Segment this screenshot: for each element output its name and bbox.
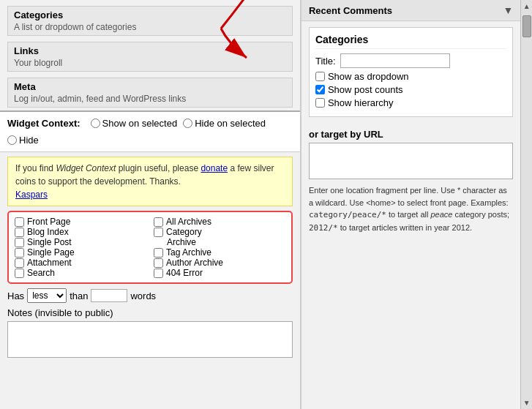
widget-context-label: Widget Context:	[7, 118, 80, 129]
categories-settings: Categories Title: Show as dropdown Show …	[309, 27, 513, 117]
error-404-checkbox-item[interactable]: 404 Error	[154, 268, 285, 278]
hide-label: Hide	[19, 135, 39, 146]
show-post-counts-label: Show post counts	[328, 84, 403, 95]
words-label: words	[130, 290, 156, 301]
category-archive-sub-item: Archive	[154, 237, 285, 247]
checkboxes-section: Front Page Blog Index Single Post Single…	[7, 211, 293, 284]
show-on-selected-label: Show on selected	[102, 118, 178, 129]
meta-widget-title: Meta	[14, 81, 286, 92]
author-archive-checkbox-item[interactable]: Author Archive	[154, 258, 285, 268]
front-page-label: Front Page	[27, 217, 70, 227]
url-section-label: or target by URL	[309, 129, 513, 140]
has-label: Has	[7, 290, 24, 301]
links-widget[interactable]: Links Your blogroll	[7, 42, 293, 72]
widget-context-bar: Widget Context: Show on selected Hide on…	[0, 110, 300, 152]
search-checkbox[interactable]	[15, 269, 24, 278]
scrollbar[interactable]: ▲ ▼	[520, 0, 532, 409]
meta-widget[interactable]: Meta Log in/out, admin, feed and WordPre…	[7, 78, 293, 108]
right-panel: Recent Comments ▼	[301, 0, 520, 409]
url-textarea[interactable]	[309, 143, 513, 179]
notes-label: Notes (invisible to public)	[7, 307, 293, 318]
categories-widget-desc: A list or dropdown of categories	[14, 20, 286, 32]
author-link[interactable]: Kaspars	[15, 190, 48, 200]
category-archive-label: Category	[166, 227, 202, 237]
words-count-input[interactable]	[91, 289, 127, 302]
hide-radio[interactable]	[7, 135, 17, 145]
links-widget-desc: Your blogroll	[14, 56, 286, 68]
hide-on-selected-option[interactable]: Hide on selected	[183, 118, 266, 129]
categories-widget[interactable]: Categories A list or dropdown of categor…	[7, 6, 293, 36]
url-section: or target by URL Enter one location frag…	[309, 129, 513, 234]
search-checkbox-item[interactable]: Search	[15, 268, 146, 278]
category-archive-sub-label: Archive	[167, 237, 196, 247]
tag-archive-label: Tag Archive	[166, 247, 211, 258]
category-archive-checkbox[interactable]	[154, 228, 163, 237]
show-as-dropdown-row[interactable]: Show as dropdown	[315, 71, 506, 82]
single-page-checkbox-item[interactable]: Single Page	[15, 247, 146, 258]
single-post-checkbox-item[interactable]: Single Post	[15, 237, 146, 247]
front-page-checkbox-item[interactable]: Front Page	[15, 217, 146, 227]
hide-on-selected-label: Hide on selected	[195, 118, 266, 129]
show-hierarchy-checkbox[interactable]	[315, 98, 325, 108]
hide-on-selected-radio[interactable]	[183, 119, 192, 128]
notice-bar: If you find Widget Context plugin useful…	[7, 157, 293, 206]
notice-text-middle: plugin useful, please	[116, 163, 201, 173]
notice-italic: Widget Context	[56, 163, 116, 173]
attachment-checkbox-item[interactable]: Attachment	[15, 258, 146, 268]
notes-section: Notes (invisible to public)	[7, 307, 293, 360]
scroll-down-arrow[interactable]: ▼	[523, 397, 531, 409]
error-404-checkbox[interactable]	[154, 269, 163, 278]
show-hierarchy-label: Show hierarchy	[328, 97, 394, 108]
show-post-counts-row[interactable]: Show post counts	[315, 84, 506, 95]
blog-index-checkbox[interactable]	[15, 228, 24, 237]
notes-textarea[interactable]	[7, 321, 293, 358]
single-post-checkbox[interactable]	[15, 238, 24, 247]
show-hierarchy-row[interactable]: Show hierarchy	[315, 97, 506, 108]
author-archive-checkbox[interactable]	[154, 258, 163, 268]
all-archives-checkbox[interactable]	[154, 217, 163, 227]
show-as-dropdown-checkbox[interactable]	[315, 72, 325, 81]
categories-settings-title: Categories	[315, 34, 506, 49]
show-on-selected-option[interactable]: Show on selected	[91, 118, 178, 129]
single-post-label: Single Post	[27, 237, 72, 247]
all-archives-checkbox-item[interactable]: All Archives	[154, 217, 285, 227]
title-field-label: Title:	[315, 56, 336, 67]
recent-comments-title: Recent Comments	[309, 5, 392, 16]
categories-widget-title: Categories	[14, 10, 286, 20]
front-page-checkbox[interactable]	[15, 217, 24, 227]
chevron-down-icon: ▼	[503, 4, 513, 16]
notice-text-before: If you find	[15, 163, 56, 173]
meta-widget-desc: Log in/out, admin, feed and WordPress li…	[14, 92, 286, 104]
url-description: Enter one location fragment per line. Us…	[309, 184, 513, 234]
scroll-thumb[interactable]	[522, 15, 531, 37]
tag-archive-checkbox-item[interactable]: Tag Archive	[154, 247, 285, 258]
right-top: Recent Comments ▼	[301, 0, 520, 21]
single-page-checkbox[interactable]	[15, 248, 24, 258]
category-archive-checkbox-item[interactable]: Category	[154, 227, 285, 237]
single-page-label: Single Page	[27, 247, 75, 258]
error-404-label: 404 Error	[166, 268, 203, 278]
links-widget-title: Links	[14, 45, 286, 56]
less-more-select[interactable]: less more	[27, 288, 67, 303]
has-row: Has less more than words	[7, 288, 293, 303]
author-archive-label: Author Archive	[166, 258, 223, 268]
tag-archive-checkbox[interactable]	[154, 248, 163, 258]
title-field-row: Title:	[315, 53, 506, 68]
donate-link[interactable]: donate	[201, 163, 228, 173]
attachment-label: Attachment	[27, 258, 72, 268]
blog-index-checkbox-item[interactable]: Blog Index	[15, 227, 146, 237]
title-field-input[interactable]	[340, 53, 450, 68]
attachment-checkbox[interactable]	[15, 258, 24, 268]
show-post-counts-checkbox[interactable]	[315, 85, 325, 94]
scroll-up-arrow[interactable]: ▲	[523, 0, 531, 12]
hide-option[interactable]: Hide	[7, 135, 39, 146]
blog-index-label: Blog Index	[27, 227, 69, 237]
show-on-selected-radio[interactable]	[91, 119, 100, 128]
show-as-dropdown-label: Show as dropdown	[328, 71, 409, 82]
search-label: Search	[27, 268, 55, 278]
all-archives-label: All Archives	[166, 217, 211, 227]
than-label: than	[70, 290, 88, 301]
